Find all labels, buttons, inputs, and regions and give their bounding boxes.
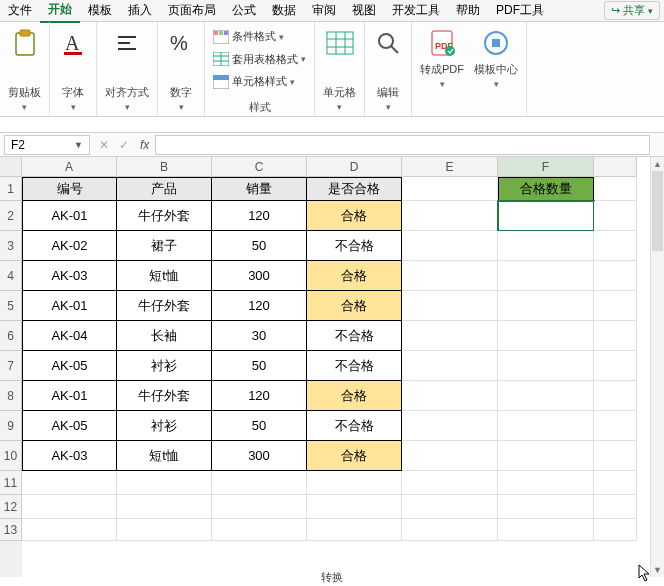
cell[interactable]: 30	[212, 321, 307, 351]
name-box[interactable]: F2 ▼	[4, 135, 90, 155]
cell[interactable]	[117, 519, 212, 541]
column-header[interactable]	[594, 157, 637, 177]
cell[interactable]: 合格	[307, 291, 402, 321]
menu-template[interactable]: 模板	[80, 0, 120, 22]
cell[interactable]: AK-05	[22, 411, 117, 441]
cell[interactable]	[22, 519, 117, 541]
cell[interactable]	[402, 261, 498, 291]
cell[interactable]: AK-03	[22, 441, 117, 471]
cell[interactable]: 产品	[117, 177, 212, 201]
cell[interactable]	[594, 177, 637, 201]
menu-data[interactable]: 数据	[264, 0, 304, 22]
row-header[interactable]: 9	[0, 411, 22, 441]
cell[interactable]	[402, 231, 498, 261]
cell[interactable]	[212, 495, 307, 519]
cell[interactable]	[402, 471, 498, 495]
cell[interactable]: 牛仔外套	[117, 291, 212, 321]
cell[interactable]	[594, 411, 637, 441]
cell[interactable]: 50	[212, 411, 307, 441]
row-header[interactable]: 13	[0, 519, 22, 541]
cell[interactable]	[22, 495, 117, 519]
cell[interactable]	[498, 351, 594, 381]
scroll-up-icon[interactable]: ▲	[651, 157, 664, 171]
table-format-button[interactable]: 套用表格格式▾	[213, 51, 306, 68]
cell[interactable]	[402, 177, 498, 201]
cell[interactable]: 合格	[307, 261, 402, 291]
cell[interactable]: 牛仔外套	[117, 201, 212, 231]
cell[interactable]: 120	[212, 291, 307, 321]
cell[interactable]	[402, 411, 498, 441]
cell[interactable]: 50	[212, 231, 307, 261]
column-header[interactable]: A	[22, 157, 117, 177]
cell[interactable]	[22, 471, 117, 495]
cell[interactable]	[212, 519, 307, 541]
cell[interactable]	[498, 291, 594, 321]
cell[interactable]: AK-02	[22, 231, 117, 261]
ribbon-number[interactable]: % 数字▾	[158, 22, 205, 116]
menu-devtools[interactable]: 开发工具	[384, 0, 448, 22]
cell[interactable]	[307, 495, 402, 519]
cell[interactable]	[117, 471, 212, 495]
share-button[interactable]: ↪ 共享 ▾	[604, 1, 660, 20]
menu-review[interactable]: 审阅	[304, 0, 344, 22]
selected-cell[interactable]	[498, 201, 594, 231]
cell[interactable]	[498, 231, 594, 261]
cell[interactable]	[402, 381, 498, 411]
cell[interactable]: 合格数量	[498, 177, 594, 201]
ribbon-clipboard[interactable]: 剪贴板▾	[0, 22, 50, 116]
cell-styles-button[interactable]: 单元格样式▾	[213, 73, 295, 90]
row-header[interactable]: 12	[0, 495, 22, 519]
cell[interactable]	[498, 321, 594, 351]
cell[interactable]	[594, 441, 637, 471]
cell[interactable]: AK-01	[22, 291, 117, 321]
cell[interactable]	[594, 471, 637, 495]
column-header[interactable]: D	[307, 157, 402, 177]
cell[interactable]	[594, 231, 637, 261]
cell[interactable]: 不合格	[307, 411, 402, 441]
ribbon-editing[interactable]: 编辑▾	[365, 22, 412, 116]
ribbon-cells[interactable]: 单元格▾	[315, 22, 365, 116]
cell[interactable]: AK-01	[22, 201, 117, 231]
cell[interactable]	[307, 471, 402, 495]
cell[interactable]	[402, 495, 498, 519]
cell[interactable]	[402, 321, 498, 351]
cell[interactable]	[402, 351, 498, 381]
column-header[interactable]: B	[117, 157, 212, 177]
cell[interactable]	[594, 261, 637, 291]
cell[interactable]: 合格	[307, 201, 402, 231]
cell[interactable]: AK-05	[22, 351, 117, 381]
cell[interactable]: 合格	[307, 381, 402, 411]
cell[interactable]	[498, 519, 594, 541]
ribbon-font[interactable]: A 字体▾	[50, 22, 97, 116]
scroll-thumb[interactable]	[652, 171, 663, 251]
cell[interactable]: 120	[212, 381, 307, 411]
row-header[interactable]: 8	[0, 381, 22, 411]
conditional-format-button[interactable]: 条件格式▾	[213, 28, 284, 45]
cell[interactable]: 300	[212, 261, 307, 291]
fx-icon[interactable]: fx	[134, 138, 155, 152]
cell[interactable]: 不合格	[307, 231, 402, 261]
cell[interactable]	[402, 291, 498, 321]
cell[interactable]: 300	[212, 441, 307, 471]
vertical-scrollbar[interactable]: ▲ ▼	[650, 157, 664, 577]
cell[interactable]: 是否合格	[307, 177, 402, 201]
row-header[interactable]: 4	[0, 261, 22, 291]
menu-formulas[interactable]: 公式	[224, 0, 264, 22]
cell[interactable]	[594, 519, 637, 541]
cell[interactable]: 短t恤	[117, 441, 212, 471]
cell[interactable]: 不合格	[307, 321, 402, 351]
menu-view[interactable]: 视图	[344, 0, 384, 22]
cell[interactable]	[594, 351, 637, 381]
formula-bar[interactable]	[155, 135, 650, 155]
cell[interactable]	[402, 201, 498, 231]
cell[interactable]: AK-03	[22, 261, 117, 291]
cell[interactable]: 编号	[22, 177, 117, 201]
cell[interactable]	[498, 471, 594, 495]
menu-pagelayout[interactable]: 页面布局	[160, 0, 224, 22]
row-header[interactable]: 11	[0, 471, 22, 495]
cell[interactable]: 长袖	[117, 321, 212, 351]
cell[interactable]	[594, 321, 637, 351]
cell[interactable]	[402, 519, 498, 541]
row-header[interactable]: 1	[0, 177, 22, 201]
column-header[interactable]: C	[212, 157, 307, 177]
